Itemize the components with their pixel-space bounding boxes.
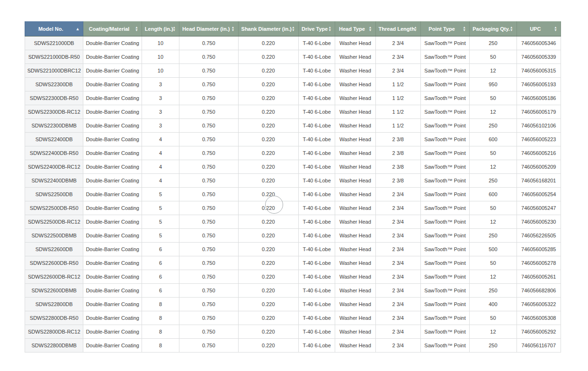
- cell-length-in: 5: [142, 229, 179, 243]
- cell-coating-material: Double-Barrier Coating: [83, 339, 142, 353]
- cell-packaging-qty: 50: [470, 256, 517, 270]
- cell-coating-material: Double-Barrier Coating: [83, 36, 142, 50]
- cell-coating-material: Double-Barrier Coating: [83, 160, 142, 174]
- cell-head-type: Washer Head: [335, 298, 375, 311]
- cell-upc: 746056005193: [517, 78, 561, 91]
- column-header-drive-type[interactable]: Drive Type▲▼: [298, 21, 335, 36]
- column-header-thread-length[interactable]: Thread Length▲▼: [375, 21, 420, 36]
- column-header-label: Drive Type: [302, 26, 328, 32]
- column-header-head-type[interactable]: Head Type▲▼: [335, 21, 375, 36]
- sort-both-icon: ▲▼: [172, 26, 176, 32]
- column-header-point-type[interactable]: Point Type▲▼: [420, 21, 469, 36]
- cell-point-type: SawTooth™ Point: [420, 133, 469, 146]
- cell-head-type: Washer Head: [335, 188, 375, 201]
- cell-model-no: SDWS22600DB: [25, 243, 83, 256]
- cell-upc: 746056168201: [517, 174, 561, 188]
- cell-point-type: SawTooth™ Point: [420, 298, 469, 311]
- cell-shank-diameter-in: 0.220: [238, 78, 298, 91]
- cell-head-type: Washer Head: [335, 339, 375, 353]
- column-header-length-in[interactable]: Length (in.)▲▼: [142, 21, 179, 36]
- cell-thread-length: 1 1/2: [375, 105, 420, 119]
- cell-point-type: SawTooth™ Point: [420, 215, 469, 229]
- cell-packaging-qty: 12: [470, 64, 517, 78]
- cell-head-type: Washer Head: [335, 78, 375, 91]
- cell-model-no: SDWS22500DB: [25, 188, 83, 201]
- cell-model-no: SDWS22400DB-RC12: [25, 160, 83, 174]
- cell-head-type: Washer Head: [335, 91, 375, 105]
- cell-model-no: SDWS221000DB: [25, 36, 83, 50]
- cell-upc: 746056005247: [517, 201, 561, 215]
- cell-model-no: SDWS221000DBRC12: [25, 64, 83, 78]
- cell-drive-type: T-40 6-Lobe: [298, 119, 335, 133]
- table-row: SDWS221000DB-R50Double-Barrier Coating10…: [25, 50, 561, 64]
- cell-shank-diameter-in: 0.220: [238, 50, 298, 64]
- cell-head-type: Washer Head: [335, 50, 375, 64]
- cell-packaging-qty: 50: [470, 311, 517, 325]
- cell-coating-material: Double-Barrier Coating: [83, 311, 142, 325]
- cell-coating-material: Double-Barrier Coating: [83, 146, 142, 160]
- cell-thread-length: 2 3/4: [375, 284, 420, 298]
- cell-head-type: Washer Head: [335, 36, 375, 50]
- column-header-label: Thread Length: [379, 26, 415, 32]
- cell-upc: 746056005292: [517, 325, 561, 339]
- column-header-label: Point Type: [428, 26, 454, 32]
- cell-drive-type: T-40 6-Lobe: [298, 339, 335, 353]
- column-header-label: Shank Diameter (in.): [241, 26, 292, 32]
- cell-shank-diameter-in: 0.220: [238, 188, 298, 201]
- cell-head-diameter-in: 0.750: [179, 91, 238, 105]
- cell-model-no: SDWS22600DB-R50: [25, 256, 83, 270]
- table-row: SDWS22600DBMBDouble-Barrier Coating60.75…: [25, 284, 561, 298]
- cell-drive-type: T-40 6-Lobe: [298, 270, 335, 284]
- column-header-coating-material[interactable]: Coating/Material▲▼: [83, 21, 142, 36]
- cell-head-type: Washer Head: [335, 119, 375, 133]
- cell-head-diameter-in: 0.750: [179, 325, 238, 339]
- cell-model-no: SDWS22300DB-RC12: [25, 105, 83, 119]
- cell-coating-material: Double-Barrier Coating: [83, 229, 142, 243]
- cell-coating-material: Double-Barrier Coating: [83, 188, 142, 201]
- cell-thread-length: 2 3/4: [375, 339, 420, 353]
- cell-thread-length: 1 1/2: [375, 119, 420, 133]
- cell-thread-length: 1 1/2: [375, 91, 420, 105]
- cell-length-in: 4: [142, 160, 179, 174]
- cell-head-type: Washer Head: [335, 133, 375, 146]
- cell-packaging-qty: 250: [470, 36, 517, 50]
- cell-upc: 746056005261: [517, 270, 561, 284]
- cell-head-type: Washer Head: [335, 160, 375, 174]
- cell-drive-type: T-40 6-Lobe: [298, 146, 335, 160]
- cell-coating-material: Double-Barrier Coating: [83, 119, 142, 133]
- cell-length-in: 8: [142, 298, 179, 311]
- cell-head-type: Washer Head: [335, 174, 375, 188]
- cell-head-type: Washer Head: [335, 243, 375, 256]
- cell-coating-material: Double-Barrier Coating: [83, 64, 142, 78]
- triangle-down-icon: ▼: [232, 29, 235, 32]
- cell-packaging-qty: 12: [470, 325, 517, 339]
- cell-point-type: SawTooth™ Point: [420, 64, 469, 78]
- table-row: SDWS22600DB-RC12Double-Barrier Coating60…: [25, 270, 561, 284]
- cell-upc: 746056005285: [517, 243, 561, 256]
- cell-point-type: SawTooth™ Point: [420, 311, 469, 325]
- cell-coating-material: Double-Barrier Coating: [83, 78, 142, 91]
- cell-length-in: 5: [142, 201, 179, 215]
- column-header-model-no[interactable]: Model No.▲: [25, 21, 83, 36]
- sort-both-icon: ▲▼: [135, 26, 138, 32]
- cell-head-diameter-in: 0.750: [179, 243, 238, 256]
- column-header-packaging-qty[interactable]: Packaging Qty.▲▼: [470, 21, 517, 36]
- cell-upc: 746056005278: [517, 256, 561, 270]
- cell-upc: 746056102106: [517, 119, 561, 133]
- cell-head-type: Washer Head: [335, 105, 375, 119]
- cell-point-type: SawTooth™ Point: [420, 119, 469, 133]
- sort-both-icon: ▲▼: [554, 26, 557, 32]
- column-header-shank-diameter-in[interactable]: Shank Diameter (in.)▲▼: [238, 21, 298, 36]
- cell-point-type: SawTooth™ Point: [420, 36, 469, 50]
- cell-head-diameter-in: 0.750: [179, 270, 238, 284]
- column-header-upc[interactable]: UPC▲▼: [517, 21, 561, 36]
- column-header-head-diameter-in[interactable]: Head Diameter (in.)▲▼: [179, 21, 238, 36]
- cell-point-type: SawTooth™ Point: [420, 256, 469, 270]
- table-row: SDWS22600DB-R50Double-Barrier Coating60.…: [25, 256, 561, 270]
- cell-drive-type: T-40 6-Lobe: [298, 215, 335, 229]
- cell-upc: 746056005254: [517, 188, 561, 201]
- triangle-up-icon: ▲: [76, 27, 80, 31]
- table-row: SDWS22800DBDouble-Barrier Coating80.7500…: [25, 298, 561, 311]
- cell-thread-length: 2 3/8: [375, 174, 420, 188]
- column-header-label: UPC: [530, 26, 541, 32]
